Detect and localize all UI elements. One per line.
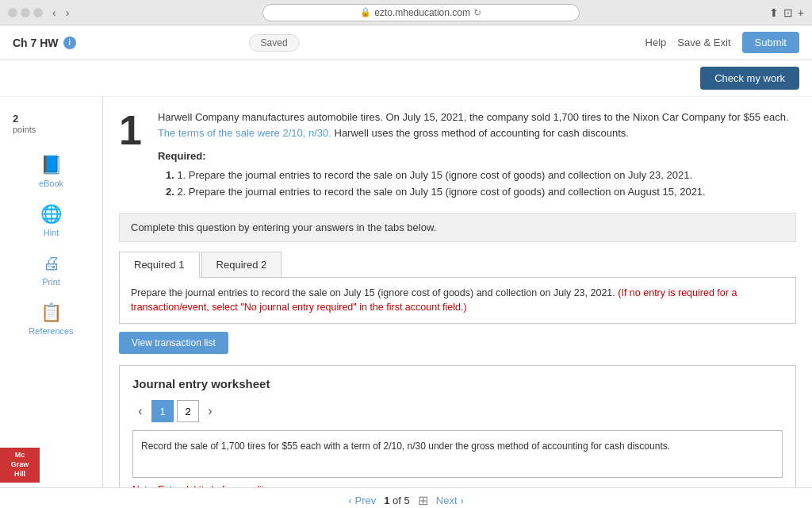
main-layout: 2 points 📘 eBook 🌐 Hint 🖨 Print 📋 Refere… (0, 97, 812, 487)
check-my-work-button[interactable]: Check my work (700, 67, 799, 90)
prev-button[interactable]: ‹ Prev (348, 495, 376, 506)
journal-entry-worksheet: Journal entry worksheet ‹ 1 2 › Record t… (119, 365, 796, 487)
logo-line2: Graw (11, 460, 29, 470)
next-button[interactable]: Next › (436, 495, 464, 506)
tabs: Required 1 Required 2 (119, 252, 796, 278)
tab-required-2[interactable]: Required 2 (201, 252, 282, 277)
print-label: Print (42, 277, 60, 287)
logo-line1: Mc (15, 451, 25, 460)
browser-forward-btn[interactable]: › (63, 5, 73, 21)
entry-2-button[interactable]: 2 (177, 400, 199, 422)
question-text-main: Harwell Company manufactures automobile … (158, 111, 789, 139)
sidebar-item-hint[interactable]: 🌐 Hint (0, 196, 102, 245)
next-label: Next (436, 495, 458, 506)
browser-action-buttons: ⬆ ⊡ + (769, 6, 804, 19)
prev-arrow: ‹ (348, 495, 351, 506)
mcgraw-hill-logo: Mc Graw Hill (0, 448, 40, 483)
ebook-icon: 📘 (40, 155, 62, 175)
complete-notice: Complete this question by entering your … (119, 213, 796, 242)
chapter-title: Ch 7 HW (13, 37, 59, 49)
references-label: References (29, 326, 73, 336)
tab-instructions: Prepare the journal entries to record th… (131, 286, 784, 316)
tab-content: Prepare the journal entries to record th… (119, 278, 796, 325)
question-body: Harwell Company manufactures automobile … (158, 110, 796, 202)
page-total: 5 (404, 495, 410, 506)
browser-nav: ‹ › (49, 5, 72, 21)
grid-icon[interactable]: ⊞ (418, 493, 428, 508)
entry-prev-button[interactable]: ‹ (132, 403, 148, 419)
sidebar-item-references[interactable]: 📋 References (0, 294, 102, 344)
tab-main-instruction: Prepare the journal entries to record th… (131, 287, 615, 298)
hint-label: Hint (44, 228, 59, 237)
view-transaction-button[interactable]: View transaction list (119, 332, 228, 354)
top-bar: Ch 7 HW i Saved Help Save & Exit Submit (0, 25, 812, 60)
page-info: 1 of 5 (384, 495, 410, 506)
sidebar-item-print[interactable]: 🖨 Print (0, 245, 102, 294)
submit-button[interactable]: Submit (742, 32, 799, 53)
required-label: Required: (158, 148, 796, 164)
browser-back-btn[interactable]: ‹ (49, 5, 59, 21)
entry-navigation: ‹ 1 2 › (132, 400, 783, 422)
note-text: Note: Enter debits before credits. (132, 484, 783, 487)
references-icon: 📋 (40, 302, 62, 323)
left-sidebar: 2 points 📘 eBook 🌐 Hint 🖨 Print 📋 Refere… (0, 97, 103, 487)
entry-1-button[interactable]: 1 (151, 400, 174, 422)
chapter-title-area: Ch 7 HW i (13, 37, 76, 49)
print-icon: 🖨 (43, 253, 60, 274)
browser-chrome: ‹ › 🔒 ezto.mheducation.com ↻ ⬆ ⊡ + (0, 0, 812, 25)
logo-line3: Hill (14, 470, 25, 479)
check-work-area: Check my work (0, 60, 812, 97)
browser-close-btn[interactable] (8, 8, 17, 17)
question-number: 1 (119, 110, 142, 151)
page-current: 1 (384, 495, 389, 506)
points-label: points (13, 125, 90, 134)
browser-share-btn[interactable]: ⬆ (769, 6, 779, 19)
saved-label: Saved (261, 37, 288, 48)
browser-new-tab-btn[interactable]: ⊡ (783, 6, 793, 19)
req2-text: 2. 2. Prepare the journal entries to rec… (166, 184, 796, 200)
browser-more-btn[interactable]: + (798, 6, 804, 19)
save-exit-button[interactable]: Save & Exit (677, 37, 730, 48)
ebook-label: eBook (39, 179, 63, 188)
question-header: 1 Harwell Company manufactures automobil… (119, 110, 796, 202)
browser-window-buttons (8, 8, 43, 17)
browser-maximize-btn[interactable] (33, 8, 43, 17)
sidebar-item-ebook[interactable]: 📘 eBook (0, 147, 102, 196)
tab-required-1[interactable]: Required 1 (119, 252, 200, 278)
entry-description: Record the sale of 1,700 tires for $55 e… (132, 430, 783, 478)
info-icon[interactable]: i (63, 37, 76, 49)
worksheet-title: Journal entry worksheet (132, 377, 783, 391)
address-text: ezto.mheducation.com (374, 7, 470, 18)
prev-label: Prev (354, 495, 376, 506)
hint-icon: 🌐 (40, 204, 62, 225)
saved-badge: Saved (249, 34, 300, 52)
help-button[interactable]: Help (645, 37, 667, 48)
browser-minimize-btn[interactable] (21, 8, 30, 17)
bottom-bar: ‹ Prev 1 of 5 ⊞ Next › (0, 487, 812, 508)
address-bar[interactable]: 🔒 ezto.mheducation.com ↻ (262, 4, 580, 21)
content-area: 1 Harwell Company manufactures automobil… (103, 97, 812, 487)
top-actions: Help Save & Exit Submit (645, 32, 799, 53)
points-section: 2 points (0, 105, 102, 147)
next-arrow: › (461, 495, 464, 506)
page-of: of (393, 495, 404, 506)
points-value: 2 (13, 113, 90, 125)
req1-text: 1. 1. Prepare the journal entries to rec… (166, 167, 796, 183)
entry-next-button[interactable]: › (202, 403, 218, 419)
